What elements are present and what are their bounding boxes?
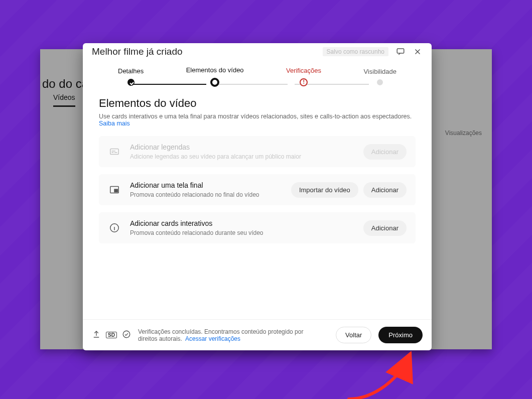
option-desc: Promova conteúdo relacionado no final do… xyxy=(130,191,282,198)
subtitles-icon xyxy=(108,146,121,157)
close-icon[interactable] xyxy=(413,47,423,57)
next-button[interactable]: Próximo xyxy=(378,327,423,343)
learn-more-link[interactable]: Saiba mais xyxy=(99,120,130,127)
step-video-elements[interactable]: Elementos do vídeo xyxy=(186,66,244,87)
feedback-icon[interactable] xyxy=(395,47,406,57)
svg-point-5 xyxy=(123,331,130,338)
add-cards-button[interactable]: Adicionar xyxy=(363,220,407,236)
info-icon xyxy=(108,222,121,233)
step-dot-error xyxy=(300,78,308,86)
section-subtitle-text: Use cards interativos e uma tela final p… xyxy=(99,113,412,120)
step-dot-future xyxy=(377,79,383,85)
dialog-title: Melhor filme já criado xyxy=(92,46,183,57)
stepper: Detalhes Elementos do vídeo Verificações… xyxy=(83,57,432,89)
back-button[interactable]: Voltar xyxy=(336,327,371,343)
dialog-footer: SD Verificações concluídas. Encontramos … xyxy=(83,319,432,350)
upload-icon xyxy=(92,330,101,341)
sd-badge: SD xyxy=(106,332,117,338)
add-subtitles-button: Adicionar xyxy=(363,144,407,160)
step-details[interactable]: Detalhes xyxy=(118,67,144,86)
import-from-video-button[interactable]: Importar do vídeo xyxy=(291,182,358,198)
svg-rect-0 xyxy=(397,49,404,53)
svg-rect-3 xyxy=(114,189,117,192)
add-end-screen-button[interactable]: Adicionar xyxy=(363,182,407,198)
step-label: Verificações xyxy=(286,67,321,74)
option-add-subtitles: Adicionar legendas Adicione legendas ao … xyxy=(99,136,416,167)
step-label: Visibilidade xyxy=(363,68,396,75)
option-title: Adicionar cards interativos xyxy=(130,219,354,227)
end-screen-icon xyxy=(108,184,121,195)
option-desc: Adicione legendas ao seu vídeo para alca… xyxy=(130,153,354,160)
option-title: Adicionar legendas xyxy=(130,143,354,151)
step-label: Elementos do vídeo xyxy=(186,66,244,74)
option-desc: Promova conteúdo relacionado durante seu… xyxy=(130,229,354,236)
dialog-content: Elementos do vídeo Use cards interativos… xyxy=(83,89,432,319)
option-title: Adicionar uma tela final xyxy=(130,181,282,189)
step-dot-current xyxy=(210,78,219,87)
check-circle-icon xyxy=(122,330,131,341)
step-dot-done xyxy=(127,79,135,86)
dialog-header: Melhor filme já criado Salvo como rascun… xyxy=(83,43,432,57)
step-visibility[interactable]: Visibilidade xyxy=(363,68,396,85)
draft-saved-chip: Salvo como rascunho xyxy=(323,47,388,56)
section-subtitle: Use cards interativos e uma tela final p… xyxy=(99,113,416,127)
option-add-cards: Adicionar cards interativos Promova cont… xyxy=(99,212,416,243)
step-label: Detalhes xyxy=(118,67,144,75)
step-checks[interactable]: Verificações xyxy=(286,67,321,86)
section-title: Elementos do vídeo xyxy=(99,97,416,110)
access-checks-link[interactable]: Acessar verificações xyxy=(185,335,240,342)
upload-dialog: Melhor filme já criado Salvo como rascun… xyxy=(83,43,432,350)
option-add-end-screen: Adicionar uma tela final Promova conteúd… xyxy=(99,174,416,205)
svg-rect-1 xyxy=(110,149,119,155)
